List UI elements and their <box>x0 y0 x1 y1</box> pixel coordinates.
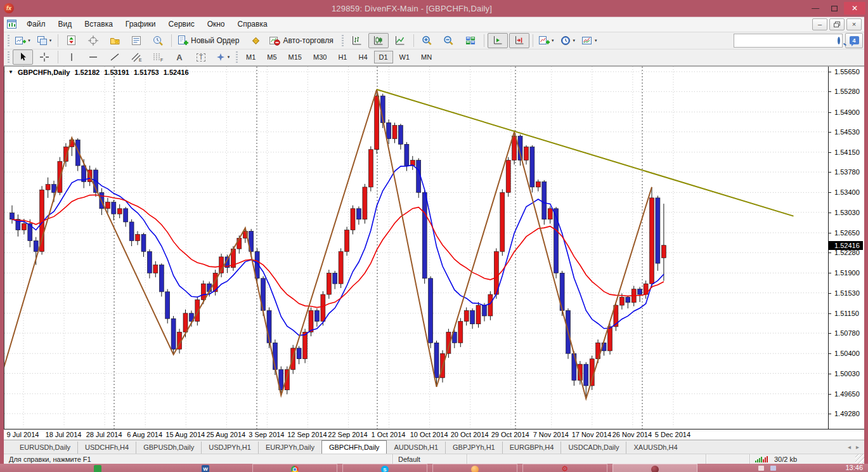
status-profile[interactable]: Default <box>392 454 467 464</box>
price-axis[interactable]: 1.556501.552801.549001.545301.541501.537… <box>828 67 864 429</box>
status-section-empty <box>467 454 706 464</box>
tray-icon[interactable] <box>770 466 776 471</box>
timeframe-button-mn[interactable]: MN <box>416 51 437 63</box>
timeframe-button-m15[interactable]: M15 <box>283 51 307 63</box>
taskbar-button-terminal-active[interactable] <box>612 464 697 472</box>
timeframe-button-m5[interactable]: M5 <box>262 51 282 63</box>
chart-tab-xauusdh-h4[interactable]: XAUUSDh,H4 <box>626 442 684 454</box>
trendline-tool-button[interactable] <box>105 49 125 65</box>
tray-icon[interactable] <box>758 466 764 471</box>
navigator-button[interactable] <box>105 33 125 48</box>
profiles-button[interactable]: ▾ <box>34 33 55 48</box>
toolbar-grip[interactable] <box>8 51 10 63</box>
terminal-button[interactable] <box>126 33 146 48</box>
new-chart-button[interactable]: ▾ <box>13 33 33 48</box>
periods-button[interactable]: ▾ <box>558 33 578 48</box>
price-chart[interactable]: ▼ GBPCHFh,Daily 1.52182 1.53191 1.51753 … <box>4 67 828 429</box>
chart-tab-gbpchfh-daily[interactable]: GBPCHFh,Daily <box>321 440 387 454</box>
taskbar-button-chrome[interactable] <box>252 464 337 472</box>
tile-windows-button[interactable] <box>460 33 481 48</box>
date-tick: 28 Jul 2014 <box>82 431 126 438</box>
market-watch-button[interactable] <box>62 33 82 48</box>
chart-tab-usdchfh-h4[interactable]: USDCHFh,H4 <box>77 442 136 454</box>
bar-chart-button[interactable] <box>347 33 367 48</box>
horizontal-line-tool-button[interactable] <box>83 49 103 65</box>
search-input[interactable] <box>734 36 838 46</box>
document-restore-button[interactable] <box>829 18 845 30</box>
application-frame: ФайлВидВставкаГрафикиСервисОкноСправка –… <box>4 16 864 464</box>
tabs-scroll-left-button[interactable]: ◂ <box>848 443 851 450</box>
menu-item--[interactable]: Окно <box>201 17 231 31</box>
zoom-in-button[interactable] <box>417 33 437 48</box>
menu-item--[interactable]: Сервис <box>162 17 201 31</box>
resize-grip[interactable] <box>855 454 864 464</box>
toolbar-grip[interactable] <box>342 35 344 46</box>
arrows-tool-button[interactable]: ▾ <box>212 49 233 65</box>
notifications-button[interactable]: 4 <box>845 33 863 48</box>
cursor-tool-button[interactable] <box>13 49 33 65</box>
fibonacci-tool-button[interactable]: F <box>148 49 168 65</box>
channel-tool-button[interactable]: E <box>126 49 146 65</box>
chart-tab-usdcadh-daily[interactable]: USDCADh,Daily <box>560 442 626 454</box>
date-tick: 5 Dec 2014 <box>651 431 695 438</box>
chart-collapse-icon[interactable]: ▼ <box>8 69 13 76</box>
taskbar-button-skype[interactable]: S <box>342 464 427 472</box>
vertical-line-tool-button[interactable] <box>62 49 82 65</box>
line-chart-button[interactable] <box>390 33 410 48</box>
data-window-button[interactable] <box>83 33 103 48</box>
svg-text:E: E <box>139 58 142 62</box>
chart-tab-eurjpyh-daily[interactable]: EURJPYh,Daily <box>258 442 321 454</box>
window-close-button[interactable]: ✕ <box>844 2 865 15</box>
chart-tab-eurusdh-daily[interactable]: EURUSDh,Daily <box>13 442 77 454</box>
strategy-tester-button[interactable] <box>148 33 168 48</box>
taskbar-app-green[interactable] <box>94 465 101 472</box>
chart-shift-button[interactable] <box>509 33 529 48</box>
search-icon[interactable] <box>838 37 840 44</box>
menu-item--[interactable]: Справка <box>231 17 274 31</box>
timeframe-button-w1[interactable]: W1 <box>394 51 415 63</box>
chart-tab-audusdh-h1[interactable]: AUDUSDh,H1 <box>387 442 445 454</box>
tabs-scroll-right-button[interactable]: ▸ <box>856 443 859 450</box>
new-order-button[interactable]: Новый Ордер <box>175 33 244 48</box>
chart-tab-gbpusdh-daily[interactable]: GBPUSDh,Daily <box>136 442 201 454</box>
timeframe-button-m30[interactable]: M30 <box>308 51 332 63</box>
zoom-out-button[interactable] <box>439 33 459 48</box>
toolbar-grip[interactable] <box>236 51 238 63</box>
word-icon: W <box>202 465 209 472</box>
chart-tab-gbpjpyh-h1[interactable]: GBPJPYh,H1 <box>445 442 502 454</box>
orange-app-icon <box>471 466 479 472</box>
timeframe-button-h4[interactable]: H4 <box>353 51 372 63</box>
taskbar-button-settings[interactable]: ⚙ <box>522 464 607 472</box>
menu-item--[interactable]: Файл <box>20 17 52 31</box>
chart-tab-eurgbph-h4[interactable]: EURGBPh,H4 <box>502 442 561 454</box>
indicators-button[interactable]: ▾ <box>536 33 557 48</box>
autotrading-button[interactable]: Авто-торговля <box>267 33 338 48</box>
text-label-tool-button[interactable]: T <box>191 49 211 65</box>
timeframe-button-m1[interactable]: M1 <box>241 51 261 63</box>
toolbar-grip[interactable] <box>8 35 10 46</box>
window-maximize-button[interactable] <box>825 2 844 15</box>
menu-item--[interactable]: Вид <box>52 17 79 31</box>
toolbar-standard: ▾ ▾ Новый Ордер <box>4 32 864 49</box>
timeframe-button-h1[interactable]: H1 <box>333 51 352 63</box>
candlestick-chart-button[interactable] <box>368 33 389 48</box>
menu-item--[interactable]: Вставка <box>78 17 119 31</box>
templates-button[interactable]: ▾ <box>580 33 600 48</box>
document-close-button[interactable]: × <box>846 18 862 30</box>
menu-item--[interactable]: Графики <box>119 17 162 31</box>
text-tool-button[interactable]: A <box>169 49 190 65</box>
chart-svg[interactable] <box>4 67 828 429</box>
auto-scroll-button[interactable] <box>488 33 508 48</box>
window-minimize-button[interactable]: — <box>806 2 825 15</box>
document-minimize-button[interactable]: – <box>812 18 827 30</box>
taskbar-button-orange[interactable] <box>432 464 517 472</box>
metaeditor-button[interactable] <box>245 33 266 48</box>
crosshair-tool-button[interactable] <box>34 49 55 65</box>
chart-tab-usdjpyh-h1[interactable]: USDJPYh,H1 <box>201 442 258 454</box>
date-axis[interactable]: 9 Jul 201418 Jul 201428 Jul 20146 Aug 20… <box>4 429 864 440</box>
descending-trendline[interactable] <box>377 89 793 216</box>
timeframe-button-d1[interactable]: D1 <box>374 51 393 63</box>
status-connection[interactable]: 30/2 kb <box>749 454 855 464</box>
maximize-icon <box>831 6 838 11</box>
taskbar-app-word[interactable]: W <box>202 465 209 472</box>
